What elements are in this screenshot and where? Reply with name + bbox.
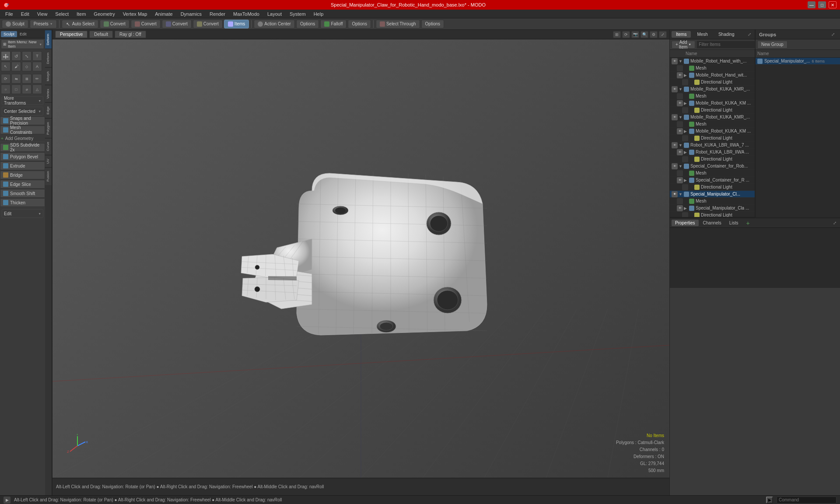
viewport-ctrl-2[interactable]: ⟳ (622, 31, 630, 38)
menu-dynamics[interactable]: Dynamics (177, 10, 205, 18)
vtab-vertex[interactable]: Vertex (45, 85, 52, 102)
tree-item-10[interactable]: 👁 ▶ Mobile_Robot_KUKA_KM ... (670, 128, 755, 135)
vis-icon-19[interactable]: 👁 (672, 191, 678, 197)
scale-tool-btn[interactable]: ⤡ (22, 51, 32, 61)
sculpt-button[interactable]: Sculpt (2, 20, 28, 28)
select-tool-btn[interactable]: ↖ (1, 62, 10, 71)
polygon-tool-btn[interactable]: ◇ (22, 62, 32, 71)
groups-list[interactable]: Special_Manipulator_... 6 Items (756, 58, 840, 217)
menu-select[interactable]: Select (52, 10, 72, 18)
vis-icon-7[interactable] (682, 107, 688, 113)
minimize-button[interactable]: — (808, 1, 816, 8)
menu-file[interactable]: File (2, 10, 17, 18)
tree-item-17[interactable]: 👁 ▶ Special_Container_for_R ... (670, 177, 755, 184)
items-list[interactable]: 👁 ▼ Mobile_Robot_Hand_with_... Mesh 👁 ▶ (670, 58, 755, 217)
viewport-ctrl-search[interactable]: 🔍 (640, 31, 648, 38)
cone-tool-btn[interactable]: △ (32, 84, 42, 94)
action-center-button[interactable]: Action Center (254, 20, 295, 28)
vtab-polygon[interactable]: Polygon (45, 118, 52, 138)
bridge-button[interactable]: Bridge (0, 171, 45, 179)
vis-icon-6[interactable]: 👁 (677, 100, 683, 106)
auto-select-button[interactable]: ↖ Auto Select (62, 20, 98, 28)
text-tool-btn[interactable]: A (32, 62, 42, 71)
status-expand-btn[interactable]: ▶ (4, 497, 10, 504)
tree-item-12[interactable]: 👁 ▼ Robot_KUKA_LBR_IIWA_7 ... (670, 142, 755, 149)
menu-vertexmap[interactable]: Vertex Map (119, 10, 151, 18)
viewport-ctrl-camera[interactable]: 📷 (631, 31, 639, 38)
sphere-tool-btn[interactable]: ○ (1, 84, 10, 94)
tree-item-18[interactable]: Directional Light (670, 184, 755, 191)
tree-item-21[interactable]: 👁 ▶ Special_Manipulator_Cla ... (670, 205, 755, 212)
convert-button-4[interactable]: Convert (193, 20, 223, 28)
vis-icon-0[interactable]: 👁 (672, 58, 678, 64)
vis-icon-8[interactable]: 👁 (672, 114, 678, 120)
polygon-bevel-button[interactable]: Polygon Bevel (0, 152, 45, 161)
vis-icon-21[interactable]: 👁 (677, 205, 683, 211)
viewport-canvas[interactable]: X Y Z No Items Polygons : Catmull-Clark … (52, 39, 669, 478)
menu-maxtomodo[interactable]: MaxToModo (230, 10, 263, 18)
vis-icon-16[interactable] (677, 170, 683, 176)
tree-item-15[interactable]: 👁 ▼ Special_Container_for_Rob... (670, 163, 755, 170)
props-tab-properties[interactable]: Properties (672, 220, 699, 226)
options-button-3[interactable]: Options (421, 20, 444, 28)
move-tool-btn[interactable] (1, 51, 10, 61)
tree-item-22[interactable]: Directional Light (670, 212, 755, 217)
menu-render[interactable]: Render (206, 10, 229, 18)
tree-item-4[interactable]: 👁 ▼ Mobile_Robot_KUKA_KMR_... (670, 86, 755, 93)
vis-icon-3[interactable] (682, 79, 688, 85)
tree-item-16[interactable]: Mesh (670, 170, 755, 177)
items-button[interactable]: Items (224, 20, 249, 28)
view-tab-default[interactable]: Default (89, 31, 113, 38)
tree-item-11[interactable]: Directional Light (670, 135, 755, 142)
convert-button-3[interactable]: Convert (162, 20, 192, 28)
menu-item[interactable]: Item (73, 10, 89, 18)
tree-item-0[interactable]: 👁 ▼ Mobile_Robot_Hand_with_... (670, 58, 755, 65)
vis-icon-9[interactable] (677, 121, 683, 127)
loop-tool-btn[interactable]: ⟳ (1, 74, 10, 84)
items-tab-mesh[interactable]: Mesh (693, 31, 712, 38)
command-input[interactable] (777, 497, 836, 504)
pen-tool-btn[interactable]: ✏ (32, 74, 42, 84)
viewport-ctrl-1[interactable]: ⊞ (613, 31, 621, 38)
convert-button-2[interactable]: Convert (131, 20, 161, 28)
presets-button[interactable]: Presets ▼ (30, 20, 57, 28)
command-expand-btn[interactable]: ▶ (766, 497, 773, 504)
rotate-tool-btn[interactable]: ↺ (11, 51, 21, 61)
view-tab-perspective[interactable]: Perspective (55, 31, 88, 38)
select-through-button[interactable]: Select Through (376, 20, 420, 28)
convert-button-1[interactable]: Convert (100, 20, 130, 28)
items-tab-items[interactable]: Items (672, 31, 691, 38)
cylinder-tool-btn[interactable]: ⌀ (22, 84, 32, 94)
filter-items-input[interactable] (696, 41, 756, 49)
vis-icon-14[interactable] (682, 156, 688, 162)
items-panel-expand[interactable]: ⤢ (746, 31, 753, 38)
tree-item-13[interactable]: 👁 ▶ Robot_KUKA_LBR_IIWA ... (670, 149, 755, 156)
vis-icon-5[interactable] (677, 93, 683, 99)
thicken-button[interactable]: Thicken (0, 198, 45, 207)
vtab-curve[interactable]: Curve (45, 138, 52, 154)
menu-animate[interactable]: Animate (151, 10, 176, 18)
vis-icon-18[interactable] (682, 184, 688, 190)
menu-system[interactable]: System (286, 10, 309, 18)
vtab-edge[interactable]: Edge (45, 102, 52, 118)
props-tab-add[interactable]: + (742, 219, 753, 227)
maximize-button[interactable]: □ (818, 1, 826, 8)
item-menu-selector[interactable]: ⊞ Item Menu: New Item ▼ (1, 39, 44, 49)
menu-help[interactable]: Help (310, 10, 327, 18)
options-button-1[interactable]: Options (296, 20, 319, 28)
tree-item-20[interactable]: Mesh (670, 198, 755, 205)
vis-icon-17[interactable]: 👁 (677, 177, 683, 183)
vis-icon-10[interactable]: 👁 (677, 128, 683, 134)
edge-slice-button[interactable]: Edge Slice (0, 180, 45, 189)
vis-icon-2[interactable]: 👁 (677, 72, 683, 78)
add-item-button[interactable]: + Add Item ▼ (672, 41, 695, 49)
options-button-2[interactable]: Options (348, 20, 371, 28)
tree-item-6[interactable]: 👁 ▶ Mobile_Robot_KUKA_KM ... (670, 100, 755, 107)
snaps-precision-button[interactable]: Snaps and Precision (0, 116, 45, 125)
patch-tool-btn[interactable]: ⊞ (22, 74, 32, 84)
tree-item-8[interactable]: 👁 ▼ Mobile_Robot_KUKA_KMR_... (670, 114, 755, 121)
menu-view[interactable]: View (34, 10, 51, 18)
mesh-constraints-button[interactable]: Mesh Constraints (0, 126, 45, 134)
close-button[interactable]: ✕ (829, 1, 836, 8)
group-item-0[interactable]: Special_Manipulator_... 6 Items (756, 58, 840, 65)
